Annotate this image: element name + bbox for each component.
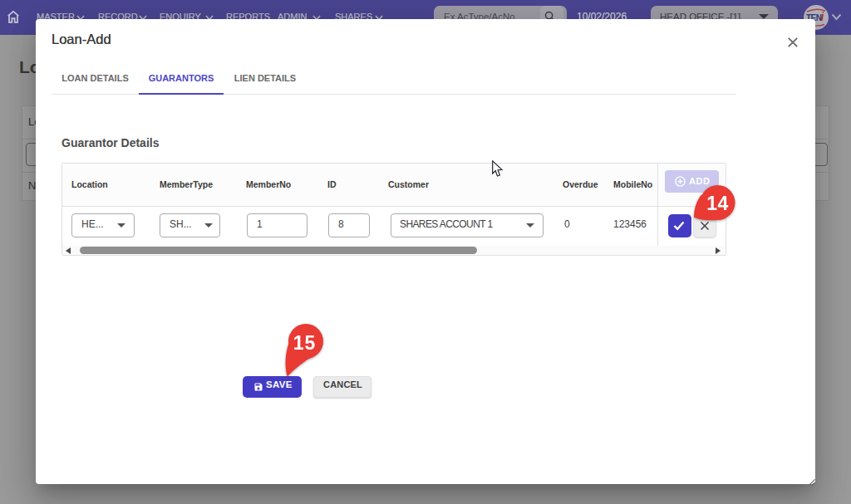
svg-text:15: 15 bbox=[293, 332, 317, 354]
svg-text:14: 14 bbox=[706, 193, 729, 214]
